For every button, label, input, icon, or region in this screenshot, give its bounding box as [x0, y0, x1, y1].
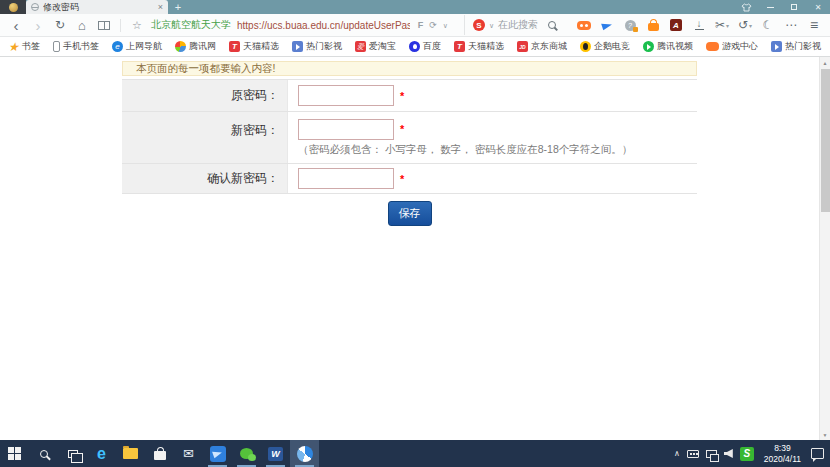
confirm-password-row: 确认新密码： *	[122, 164, 697, 194]
toolbar-divider	[120, 19, 121, 32]
volume-icon[interactable]	[724, 449, 733, 458]
password-rule-hint: （密码必须包含： 小写字母， 数字， 密码长度应在8-18个字符之间。）	[298, 143, 632, 157]
bookmark-label: 腾讯视频	[657, 40, 693, 53]
new-password-label: 新密码：	[122, 112, 288, 163]
refresh-button[interactable]	[50, 15, 70, 35]
address-url[interactable]: https://ucs.buaa.edu.cn/updateUserPasswo…	[237, 20, 410, 31]
skin-icon[interactable]	[734, 0, 758, 14]
old-password-input[interactable]	[298, 85, 394, 106]
hidden-icons-chevron[interactable]	[674, 449, 680, 458]
sogou-logo-icon[interactable]	[473, 19, 485, 31]
scrollbar[interactable]	[819, 57, 830, 440]
bookmark-item[interactable]: 手机书签	[53, 40, 99, 53]
reading-mode-icon[interactable]	[94, 15, 114, 35]
bookmark-item[interactable]: 天猫精选	[454, 40, 504, 53]
confirm-password-cell: *	[288, 164, 697, 193]
required-mark: *	[400, 123, 404, 135]
mail-icon[interactable]	[174, 440, 203, 467]
share-bird-icon[interactable]	[597, 15, 617, 35]
bookmark-label: 天猫精选	[243, 40, 279, 53]
bookmark-item[interactable]: 京东商城	[517, 40, 567, 53]
bookmark-label: 爱淘宝	[369, 40, 396, 53]
url-dropdown-icon[interactable]	[443, 20, 448, 30]
taskbar: 8:39 2020/4/11	[0, 440, 830, 467]
bookmark-label: 天猫精选	[468, 40, 504, 53]
scroll-down-icon[interactable]	[820, 429, 830, 440]
bookmark-item[interactable]: 游戏中心	[706, 40, 758, 53]
bookmark-icon	[454, 41, 465, 52]
account-security-icon[interactable]	[620, 15, 640, 35]
close-button[interactable]	[806, 0, 830, 14]
save-row: 保存	[122, 201, 697, 226]
new-tab-button[interactable]	[168, 0, 188, 14]
more-tools-icon[interactable]	[781, 15, 801, 35]
sogou-ime-icon[interactable]	[740, 447, 754, 461]
tab-change-password[interactable]: 修改密码	[26, 0, 168, 14]
bookmark-label: 腾讯网	[189, 40, 216, 53]
old-password-row: 原密码： *	[122, 80, 697, 112]
minimize-button[interactable]	[758, 0, 782, 14]
game-center-icon[interactable]	[574, 15, 594, 35]
store-icon[interactable]	[145, 440, 174, 467]
night-mode-icon[interactable]	[758, 15, 778, 35]
word-icon[interactable]	[261, 440, 290, 467]
tab-close-icon[interactable]	[158, 3, 163, 12]
bookmark-item[interactable]: 腾讯视频	[643, 40, 693, 53]
back-button[interactable]	[6, 15, 26, 35]
bookmark-item[interactable]: 爱淘宝	[355, 40, 396, 53]
toolbar-right-icons	[574, 15, 824, 35]
bookmark-item[interactable]: 百度	[409, 40, 441, 53]
confirm-password-input[interactable]	[298, 168, 394, 189]
sogou-browser-icon[interactable]	[290, 440, 319, 467]
network-icon[interactable]	[706, 450, 717, 458]
home-button[interactable]	[72, 15, 92, 35]
search-icon[interactable]	[542, 15, 562, 35]
window-controls	[734, 0, 830, 14]
bookmark-item[interactable]: 书签	[8, 40, 40, 53]
shopping-icon[interactable]	[643, 15, 663, 35]
pdf-plugin-icon[interactable]	[666, 15, 686, 35]
action-center-icon[interactable]	[811, 448, 824, 459]
forward-button[interactable]	[28, 15, 48, 35]
thunder-app-icon[interactable]	[203, 440, 232, 467]
clock[interactable]: 8:39 2020/4/11	[761, 443, 804, 465]
favorite-star-icon[interactable]	[127, 15, 147, 35]
system-tray: 8:39 2020/4/11	[674, 440, 830, 467]
bookmark-item[interactable]: 热门影视	[292, 40, 342, 53]
taskbar-search-icon[interactable]	[29, 440, 58, 467]
file-explorer-icon[interactable]	[116, 440, 145, 467]
download-icon[interactable]	[689, 15, 709, 35]
scroll-up-icon[interactable]	[820, 57, 830, 68]
menu-icon[interactable]	[804, 15, 824, 35]
new-password-input[interactable]	[298, 119, 394, 140]
bookmark-icon	[580, 41, 591, 52]
required-mark: *	[400, 90, 404, 102]
restore-tab-icon[interactable]	[735, 15, 755, 35]
bookmark-label: 上网导航	[126, 40, 162, 53]
profile-avatar[interactable]	[0, 0, 26, 14]
page-viewport: 本页面的每一项都要输入内容! 原密码： * 新密码： *	[0, 57, 830, 440]
old-password-label: 原密码：	[122, 80, 288, 111]
engine-dropdown-icon[interactable]	[489, 20, 494, 30]
touch-keyboard-icon[interactable]	[687, 450, 699, 458]
bookmark-icon	[409, 41, 420, 52]
maximize-button[interactable]	[782, 0, 806, 14]
bookmark-item[interactable]: 企鹅电竞	[580, 40, 630, 53]
edge-icon[interactable]	[87, 440, 116, 467]
search-box[interactable]: 在此搜索	[464, 15, 562, 35]
search-placeholder[interactable]: 在此搜索	[498, 18, 538, 32]
bookmark-icon	[517, 41, 528, 52]
bookmark-item[interactable]: 天猫精选	[229, 40, 279, 53]
bookmark-item[interactable]: 上网导航	[112, 40, 162, 53]
scrollbar-thumb[interactable]	[821, 69, 830, 212]
password-form-table: 原密码： * 新密码： * （密码必须包含： 小写字母， 数字， 密码长度应在8…	[122, 79, 697, 194]
flash-icon[interactable]	[418, 20, 424, 30]
save-button[interactable]: 保存	[388, 201, 432, 226]
start-button[interactable]	[0, 440, 29, 467]
bookmark-item[interactable]: 腾讯网	[175, 40, 216, 53]
task-view-icon[interactable]	[58, 440, 87, 467]
bookmark-item[interactable]: 热门影视	[771, 40, 821, 53]
wechat-icon[interactable]	[232, 440, 261, 467]
screenshot-icon[interactable]	[712, 15, 732, 35]
translate-refresh-icon[interactable]	[429, 20, 437, 30]
